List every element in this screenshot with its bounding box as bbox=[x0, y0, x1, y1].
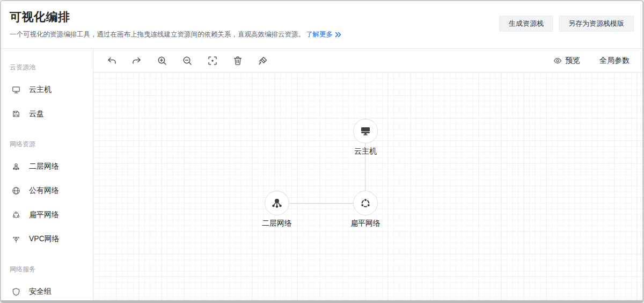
node-l2-network[interactable] bbox=[265, 191, 289, 215]
sidebar-section-network-resources: 网络资源 bbox=[10, 140, 84, 149]
sidebar-item-label: 安全组 bbox=[29, 287, 52, 297]
sidebar-item-label: 云主机 bbox=[29, 85, 52, 95]
double-chevron-right-icon bbox=[335, 32, 341, 38]
header-actions: 生成资源栈 另存为资源栈模版 bbox=[499, 16, 634, 32]
flat-network-icon bbox=[12, 211, 20, 219]
sidebar-item-label: VPC网络 bbox=[29, 234, 60, 244]
toolbar-right: 预览 全局参数 bbox=[553, 56, 630, 66]
undo-icon[interactable] bbox=[106, 55, 117, 66]
save-as-template-button[interactable]: 另存为资源栈模版 bbox=[559, 16, 634, 32]
page-body: 云资源池 云主机 云盘 bbox=[1, 49, 642, 300]
canvas-toolbar: 预览 全局参数 bbox=[93, 49, 642, 73]
node-cloud-host[interactable] bbox=[353, 119, 378, 143]
editor-main: 预览 全局参数 云主 bbox=[93, 49, 642, 300]
preview-label: 预览 bbox=[565, 56, 580, 66]
node-label-l2-network: 二层网络 bbox=[253, 219, 301, 228]
page-subtitle-text: 一个可视化的资源编排工具，通过在画布上拖曳连线建立资源间的依赖关系，直观高效编排… bbox=[10, 30, 305, 39]
zoom-in-icon[interactable] bbox=[157, 55, 167, 66]
sidebar-item-label: 公有网络 bbox=[29, 186, 59, 196]
sidebar-item-label: 扁平网络 bbox=[29, 210, 59, 220]
delete-icon[interactable] bbox=[232, 55, 243, 66]
l2-network-icon bbox=[12, 162, 20, 171]
global-params-button[interactable]: 全局参数 bbox=[599, 56, 630, 66]
sidebar-item-cloud-host[interactable]: 云主机 bbox=[1, 77, 93, 102]
preview-button[interactable]: 预览 bbox=[553, 56, 580, 66]
sidebar-item-l2-network[interactable]: 二层网络 bbox=[1, 154, 93, 178]
learn-more-label: 了解更多 bbox=[306, 30, 333, 39]
disk-icon bbox=[12, 110, 20, 118]
fit-view-icon[interactable] bbox=[207, 55, 218, 66]
host-icon bbox=[12, 85, 20, 94]
sidebar-section-network-services: 网络服务 bbox=[10, 265, 84, 274]
node-flat-network[interactable] bbox=[353, 191, 378, 215]
zoom-out-icon[interactable] bbox=[182, 55, 193, 66]
node-label-flat-network: 扁平网络 bbox=[341, 219, 390, 228]
public-network-icon bbox=[12, 186, 20, 195]
learn-more-link[interactable]: 了解更多 bbox=[306, 30, 341, 39]
generate-stack-button[interactable]: 生成资源栈 bbox=[499, 16, 553, 32]
clear-icon[interactable] bbox=[258, 55, 268, 66]
flat-network-node-icon bbox=[359, 197, 372, 210]
app-window: 可视化编排 一个可视化的资源编排工具，通过在画布上拖曳连线建立资源间的依赖关系，… bbox=[0, 0, 644, 303]
resource-sidebar: 云资源池 云主机 云盘 bbox=[1, 49, 93, 300]
sidebar-item-security-group[interactable]: 安全组 bbox=[1, 279, 93, 300]
sidebar-item-public-network[interactable]: 公有网络 bbox=[1, 178, 93, 203]
sidebar-item-label: 二层网络 bbox=[29, 162, 59, 171]
eye-icon bbox=[553, 56, 562, 65]
vpc-network-icon bbox=[12, 235, 20, 243]
toolbar-tools bbox=[106, 55, 268, 66]
orchestration-canvas[interactable]: 云主机 二层网络 bbox=[93, 73, 642, 300]
sidebar-item-cloud-disk[interactable]: 云盘 bbox=[1, 102, 93, 126]
sidebar-section-cloud-pool: 云资源池 bbox=[10, 63, 84, 72]
sidebar-item-flat-network[interactable]: 扁平网络 bbox=[1, 203, 93, 227]
node-label-cloud-host: 云主机 bbox=[341, 147, 390, 156]
sidebar-item-vpc-network[interactable]: VPC网络 bbox=[1, 227, 93, 251]
security-group-icon bbox=[12, 287, 20, 296]
edge-l2-flat bbox=[289, 203, 353, 204]
l2-network-node-icon bbox=[270, 197, 283, 210]
page-header: 可视化编排 一个可视化的资源编排工具，通过在画布上拖曳连线建立资源间的依赖关系，… bbox=[1, 1, 642, 49]
sidebar-item-label: 云盘 bbox=[29, 109, 44, 119]
host-node-icon bbox=[359, 125, 372, 138]
redo-icon[interactable] bbox=[131, 55, 142, 66]
